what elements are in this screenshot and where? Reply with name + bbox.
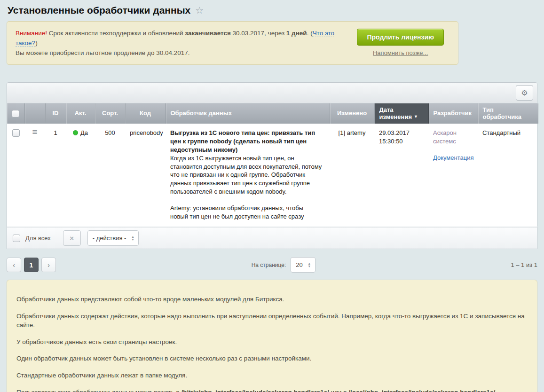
modified-date: 29.03.2017 (379, 129, 424, 137)
row-type: Стандартный (478, 124, 538, 227)
header-sort[interactable]: Сорт. (95, 103, 125, 124)
chevron-right-icon: › (47, 261, 50, 269)
modified-time: 15:30:50 (379, 137, 424, 146)
row-handler-cell: Выгрузка из 1С нового типа цен: привязат… (166, 124, 330, 227)
license-warning-text: Внимание! Срок активности техподдержки и… (16, 29, 352, 58)
actions-dropdown[interactable]: - действия - ▴▾ (87, 230, 139, 246)
warning-bold-1: заканчивается (185, 30, 230, 37)
row-developer-cell: Аскарон системс Документация (428, 124, 478, 227)
handlers-grid: ⚙ ID Акт. Сорт. Код Обработчик данных Из… (7, 82, 537, 249)
warning-text-1: Срок активности техподдержки и обновлени… (47, 30, 185, 37)
grid-settings-button[interactable]: ⚙ (516, 85, 533, 101)
for-all-label: Для всех (25, 235, 51, 242)
header-handler[interactable]: Обработчик данных (166, 103, 330, 124)
info-paragraph: Стандартные обработчики данных лежат в п… (16, 371, 528, 380)
info-paragraph: Один обработчик данных может быть устано… (16, 354, 528, 363)
row-menu-cell: ≡ (24, 124, 45, 227)
row-modified-by: [1] artemy (330, 124, 374, 227)
header-active[interactable]: Акт. (66, 103, 95, 124)
developer-doc-link[interactable]: Документация (433, 154, 474, 161)
next-page-button[interactable]: › (41, 258, 56, 272)
actions-dropdown-value: - действия - (93, 235, 126, 242)
header-modified-by[interactable]: Изменено (330, 103, 374, 124)
info-path-text-2: или в (329, 389, 348, 392)
pager-range: 1 – 1 из 1 (511, 261, 537, 268)
renew-license-button[interactable]: Продлить лицензию (357, 29, 444, 46)
handler-title: Выгрузка из 1С нового типа цен: привязат… (170, 129, 322, 154)
header-id[interactable]: ID (45, 103, 66, 124)
gear-icon: ⚙ (521, 88, 528, 97)
info-paragraph-paths: Пользовательские обработчики данных могу… (16, 388, 528, 392)
per-page-select[interactable]: 20 ▴▾ (291, 257, 315, 273)
for-all-checkbox[interactable] (13, 235, 20, 242)
row-modified-date-cell: 29.03.2017 15:30:50 (374, 124, 428, 227)
warning-text-4: ) (35, 39, 38, 47)
grid-footer: Для всех × - действия - ▴▾ (7, 227, 537, 249)
info-paragraph: У обработчиков данных есть свои страницы… (16, 337, 528, 347)
grid-toolbar: ⚙ (7, 83, 537, 103)
handler-description: Когда из 1С выгружается новый тип цен, о… (170, 154, 322, 196)
banner-actions: Продлить лицензию Напомнить позже... (357, 29, 449, 57)
warning-line-2: Вы можете приобрести льготное продление … (16, 49, 189, 56)
chevron-updown-icon: ▴▾ (132, 235, 134, 241)
handlers-path-2: /local/php_interface/include/askaron.han… (348, 389, 495, 392)
select-all-checkbox[interactable] (12, 110, 19, 118)
warning-bold-2: 1 дней (286, 30, 307, 37)
row-active-label: Да (80, 129, 88, 136)
table-header-row: ID Акт. Сорт. Код Обработчик данных Изме… (7, 103, 538, 124)
row-active: Да (66, 124, 95, 227)
handlers-table: ID Акт. Сорт. Код Обработчик данных Изме… (7, 103, 538, 227)
header-modified-date-label: Дата изменения (379, 106, 412, 121)
table-row: ≡ 1 Да 500 pricenobody Выгрузка из 1С но… (7, 124, 538, 227)
handlers-path-1: /bitrix/php_interface/include/askaron.ha… (181, 389, 329, 392)
warning-text-2: 30.03.2017, через (231, 30, 286, 37)
row-menu-icon[interactable]: ≡ (32, 129, 37, 135)
help-info-box: Обработчики данных представляют собой чт… (7, 280, 537, 392)
header-type[interactable]: Тип обработчика (478, 103, 538, 124)
per-page-control: На странице: 20 ▴▾ (56, 257, 511, 273)
header-developer[interactable]: Разработчик (428, 103, 478, 124)
chevron-updown-icon: ▴▾ (308, 262, 310, 268)
header-select-all-cell (7, 103, 24, 124)
row-sort: 500 (95, 124, 125, 227)
close-icon: × (70, 234, 74, 242)
cancel-selection-button[interactable]: × (63, 230, 81, 246)
header-menu-cell (24, 103, 45, 124)
page-header: Установленные обработчики данных ☆ (8, 5, 537, 16)
license-warning-banner: Внимание! Срок активности техподдержки и… (7, 21, 458, 65)
active-dot-icon (73, 130, 78, 135)
row-checkbox[interactable] (12, 129, 20, 137)
info-paragraph: Обработчики данных содержат действия, ко… (16, 312, 528, 330)
favorite-star-icon[interactable]: ☆ (195, 6, 204, 15)
row-code: pricenobody (125, 124, 166, 227)
info-paragraph: Обработчики данных представляют собой чт… (16, 295, 528, 304)
admin-page: Установленные обработчики данных ☆ Внима… (0, 0, 544, 392)
developer-link[interactable]: Аскарон системс (433, 129, 457, 145)
per-page-label: На странице: (252, 262, 286, 268)
handler-note: Artemy: установили обработчик данных, чт… (170, 204, 322, 221)
prev-page-button[interactable]: ‹ (7, 258, 21, 272)
pager-buttons: ‹ 1 › (7, 258, 56, 272)
header-modified-date[interactable]: Дата изменения▼ (374, 103, 428, 124)
header-code[interactable]: Код (125, 103, 166, 124)
warning-text-3: . ( (307, 30, 313, 37)
sort-desc-icon: ▼ (414, 114, 418, 119)
warning-label: Внимание! (16, 30, 47, 37)
per-page-value: 20 (296, 261, 302, 268)
current-page-button[interactable]: 1 (24, 258, 39, 272)
remind-later-link[interactable]: Напомнить позже... (373, 49, 428, 56)
page-title: Установленные обработчики данных (8, 5, 190, 16)
row-select-cell (7, 124, 24, 227)
row-id: 1 (45, 124, 66, 227)
info-path-text-1: Пользовательские обработчики данных могу… (16, 389, 181, 392)
chevron-left-icon: ‹ (13, 261, 15, 269)
pagination: ‹ 1 › На странице: 20 ▴▾ 1 – 1 из 1 (7, 257, 537, 273)
